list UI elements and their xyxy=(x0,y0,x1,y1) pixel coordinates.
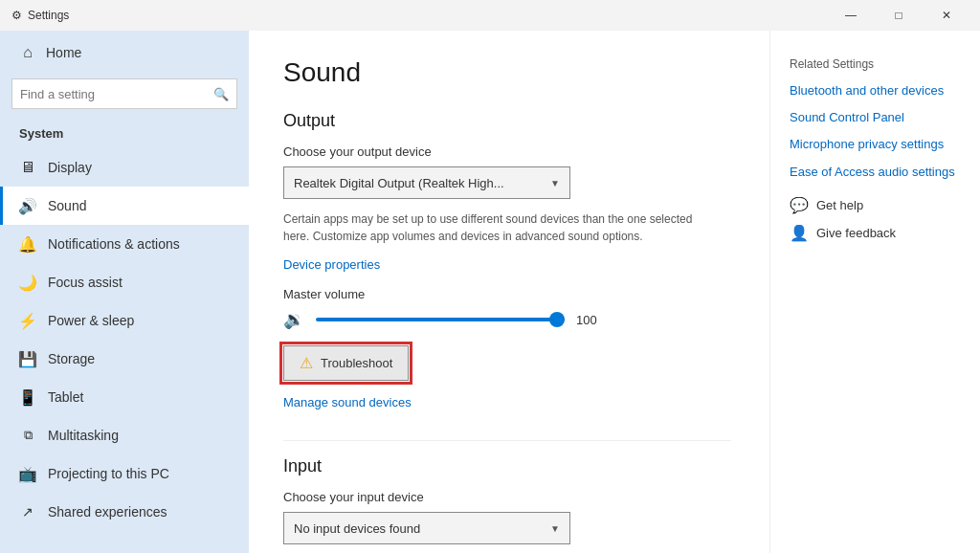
sidebar-item-home[interactable]: ⌂ Home xyxy=(0,31,249,75)
tablet-icon: 📱 xyxy=(19,388,36,406)
related-link-ease-of-access[interactable]: Ease of Access audio settings xyxy=(790,164,961,181)
output-device-dropdown[interactable]: Realtek Digital Output (Realtek High... … xyxy=(283,166,570,199)
close-button[interactable]: ✕ xyxy=(924,0,969,31)
sidebar-item-label: Tablet xyxy=(48,389,83,405)
get-help-item[interactable]: 💬 Get help xyxy=(790,196,961,214)
home-icon: ⌂ xyxy=(19,44,36,61)
give-feedback-item[interactable]: 👤 Give feedback xyxy=(790,224,961,242)
sidebar-item-label: Projecting to this PC xyxy=(48,466,169,481)
sidebar-item-label: Sound xyxy=(48,198,86,213)
sidebar-home-label: Home xyxy=(46,45,81,60)
sidebar-item-label: Power & sleep xyxy=(48,313,134,328)
output-section-title: Output xyxy=(283,111,731,131)
section-divider xyxy=(283,440,731,441)
multitasking-icon: ⧉ xyxy=(19,427,36,444)
get-help-icon: 💬 xyxy=(790,196,809,214)
volume-speaker-icon: 🔉 xyxy=(283,309,304,330)
sidebar-item-multitasking[interactable]: ⧉ Multitasking xyxy=(0,416,249,454)
minimize-button[interactable]: — xyxy=(829,0,873,31)
display-icon: 🖥 xyxy=(19,159,36,176)
device-properties-link[interactable]: Device properties xyxy=(283,257,380,272)
sidebar-item-label: Storage xyxy=(48,351,95,366)
title-bar: ⚙ Settings — □ ✕ xyxy=(0,0,980,31)
sidebar-item-storage[interactable]: 💾 Storage xyxy=(0,340,249,378)
right-panel: Related Settings Bluetooth and other dev… xyxy=(769,31,980,553)
related-settings-title: Related Settings xyxy=(790,57,961,71)
search-box[interactable]: 🔍 xyxy=(11,78,237,109)
sidebar-item-projecting[interactable]: 📺 Projecting to this PC xyxy=(0,454,249,493)
projecting-icon: 📺 xyxy=(19,465,36,482)
volume-row: 🔉 100 xyxy=(283,309,731,330)
sidebar: ⌂ Home 🔍 System 🖥 Display 🔊 Sound 🔔 Noti… xyxy=(0,31,249,553)
window-title: Settings xyxy=(28,9,69,22)
sidebar-item-label: Display xyxy=(48,160,92,175)
sidebar-item-notifications[interactable]: 🔔 Notifications & actions xyxy=(0,225,249,263)
sidebar-item-sound[interactable]: 🔊 Sound xyxy=(0,187,249,225)
give-feedback-label: Give feedback xyxy=(816,226,896,240)
warning-icon: ⚠ xyxy=(300,354,313,372)
page-title: Sound xyxy=(283,57,731,88)
main-content: Sound Output Choose your output device R… xyxy=(249,31,769,553)
search-input[interactable] xyxy=(20,87,208,101)
sidebar-item-shared[interactable]: ↗ Shared experiences xyxy=(0,493,249,531)
output-dropdown-value: Realtek Digital Output (Realtek High... xyxy=(294,176,504,190)
shared-icon: ↗ xyxy=(19,503,36,520)
input-device-dropdown[interactable]: No input devices found ▼ xyxy=(283,512,570,544)
manage-sound-devices-link[interactable]: Manage sound devices xyxy=(283,395,412,409)
title-bar-controls: — □ ✕ xyxy=(829,0,969,31)
related-link-bluetooth[interactable]: Bluetooth and other devices xyxy=(790,82,961,100)
title-bar-left: ⚙ Settings xyxy=(11,9,69,22)
volume-value: 100 xyxy=(576,313,605,327)
input-dropdown-value: No input devices found xyxy=(294,521,420,536)
sidebar-item-display[interactable]: 🖥 Display xyxy=(0,148,249,187)
focus-icon: 🌙 xyxy=(19,274,36,291)
power-icon: ⚡ xyxy=(19,312,36,329)
output-helper-text: Certain apps may be set up to use differ… xyxy=(283,210,704,245)
related-link-microphone[interactable]: Microphone privacy settings xyxy=(790,136,961,153)
sidebar-section-system: System xyxy=(0,121,249,148)
get-help-label: Get help xyxy=(816,198,863,212)
search-icon: 🔍 xyxy=(213,87,229,101)
maximize-button[interactable]: □ xyxy=(877,0,921,31)
sidebar-item-power[interactable]: ⚡ Power & sleep xyxy=(0,301,249,340)
volume-section: Master volume 🔉 100 xyxy=(283,287,731,330)
sidebar-item-tablet[interactable]: 📱 Tablet xyxy=(0,378,249,416)
sound-icon: 🔊 xyxy=(19,197,36,214)
sidebar-item-label: Shared experiences xyxy=(48,504,167,520)
troubleshoot-button[interactable]: ⚠ Troubleshoot xyxy=(283,345,409,381)
input-section-title: Input xyxy=(283,456,731,476)
output-choose-label: Choose your output device xyxy=(283,144,731,159)
dropdown-arrow-icon: ▼ xyxy=(550,178,560,188)
sidebar-item-label: Notifications & actions xyxy=(48,236,180,252)
volume-slider[interactable] xyxy=(316,318,565,321)
related-link-sound-control[interactable]: Sound Control Panel xyxy=(790,109,961,126)
input-dropdown-arrow-icon: ▼ xyxy=(550,523,560,534)
storage-icon: 💾 xyxy=(19,350,36,367)
input-choose-label: Choose your input device xyxy=(283,490,731,504)
settings-icon: ⚙ xyxy=(11,9,22,22)
volume-label: Master volume xyxy=(283,287,731,301)
sidebar-item-label: Focus assist xyxy=(48,275,122,290)
app-body: ⌂ Home 🔍 System 🖥 Display 🔊 Sound 🔔 Noti… xyxy=(0,31,980,553)
troubleshoot-label: Troubleshoot xyxy=(321,356,392,370)
sidebar-item-focus[interactable]: 🌙 Focus assist xyxy=(0,263,249,301)
give-feedback-icon: 👤 xyxy=(790,224,809,242)
sidebar-item-label: Multitasking xyxy=(48,428,119,443)
notifications-icon: 🔔 xyxy=(19,235,36,253)
